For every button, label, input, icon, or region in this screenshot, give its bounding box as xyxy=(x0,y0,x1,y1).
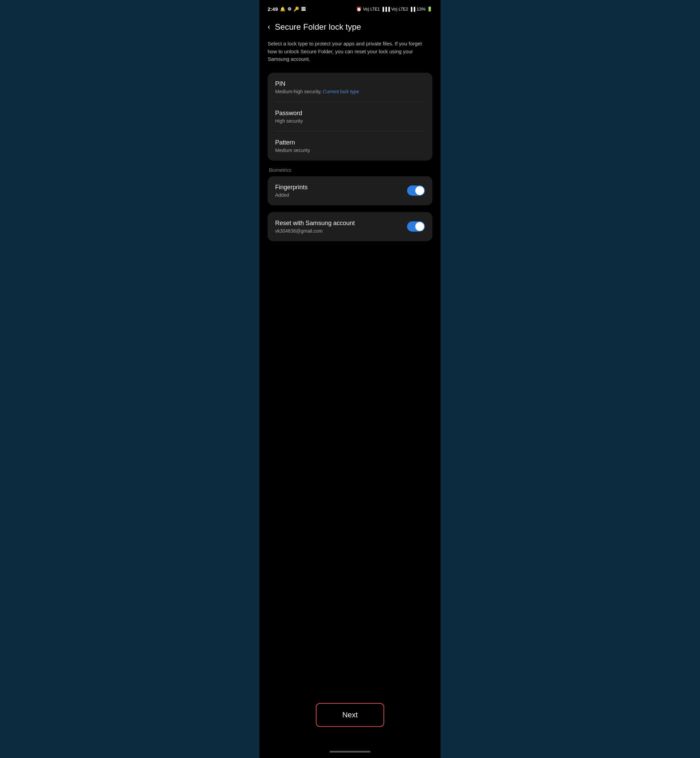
settings-icon: ⚙ xyxy=(288,6,292,12)
signal-bars-1: ▐▐▐ xyxy=(381,7,390,12)
alarm-icon: ⏰ xyxy=(356,6,362,12)
fingerprints-toggle-knob xyxy=(415,186,424,195)
biometrics-section-label: Biometrics xyxy=(268,167,432,173)
signal-bars-2: ▐▐ xyxy=(409,7,415,12)
status-bar: 2:49 🔔 ⚙ 🔑 🖼 ⏰ Vo) LTE1 ▐▐▐ Vo) LTE2 ▐▐ … xyxy=(259,0,441,16)
fingerprints-title: Fingerprints xyxy=(275,184,308,191)
lock-option-pattern[interactable]: Pattern Medium security xyxy=(268,131,432,161)
key-icon: 🔑 xyxy=(294,6,299,12)
back-button[interactable]: ‹ xyxy=(268,23,270,31)
current-lock-type-label: Current lock type xyxy=(323,89,359,94)
pattern-title: Pattern xyxy=(275,139,425,146)
signal-lte1-icon: Vo) LTE1 xyxy=(363,7,380,12)
pin-subtitle: Medium-high security, Current lock type xyxy=(275,89,425,94)
samsung-account-title: Reset with Samsung account xyxy=(275,220,355,227)
fingerprints-option[interactable]: Fingerprints Added xyxy=(268,176,432,205)
lock-options-card: PIN Medium-high security, Current lock t… xyxy=(268,73,432,161)
samsung-account-email: vk304836@gmail.com xyxy=(275,228,355,234)
home-indicator xyxy=(330,751,370,753)
battery-percentage: 13% xyxy=(417,6,425,12)
lock-option-password[interactable]: Password High security xyxy=(268,102,432,131)
signal-lte2-icon: Vo) LTE2 xyxy=(391,7,408,12)
page-description: Select a lock type to protect your apps … xyxy=(268,40,432,63)
samsung-account-option[interactable]: Reset with Samsung account vk304836@gmai… xyxy=(268,212,432,241)
battery-icon: 🔋 xyxy=(427,6,432,12)
fingerprints-text: Fingerprints Added xyxy=(275,184,308,198)
main-content: ‹ Secure Folder lock type Select a lock … xyxy=(259,16,441,747)
page-title: Secure Folder lock type xyxy=(275,22,361,32)
password-subtitle: High security xyxy=(275,118,425,124)
pin-title: PIN xyxy=(275,80,425,87)
biometrics-card: Fingerprints Added xyxy=(268,176,432,205)
fingerprints-subtitle: Added xyxy=(275,192,308,198)
page-header: ‹ Secure Folder lock type xyxy=(268,22,432,32)
password-title: Password xyxy=(275,110,425,117)
pin-security-label: Medium-high security, xyxy=(275,89,322,94)
samsung-account-text: Reset with Samsung account vk304836@gmai… xyxy=(275,220,355,234)
phone-frame: 2:49 🔔 ⚙ 🔑 🖼 ⏰ Vo) LTE1 ▐▐▐ Vo) LTE2 ▐▐ … xyxy=(259,0,441,758)
samsung-account-toggle-knob xyxy=(415,222,424,231)
samsung-account-card: Reset with Samsung account vk304836@gmai… xyxy=(268,212,432,241)
pattern-subtitle: Medium security xyxy=(275,148,425,153)
biometrics-section: Biometrics Fingerprints Added xyxy=(268,167,432,212)
time-display: 2:49 xyxy=(268,6,278,12)
image-icon: 🖼 xyxy=(301,6,306,12)
status-time: 2:49 🔔 ⚙ 🔑 🖼 xyxy=(268,6,306,12)
status-indicators: ⏰ Vo) LTE1 ▐▐▐ Vo) LTE2 ▐▐ 13% 🔋 xyxy=(356,6,432,12)
next-button[interactable]: Next xyxy=(316,703,384,727)
samsung-account-toggle[interactable] xyxy=(407,221,425,232)
fingerprints-toggle[interactable] xyxy=(407,186,425,196)
notification-icon: 🔔 xyxy=(280,6,285,12)
bottom-area: Next xyxy=(268,248,432,748)
lock-option-pin[interactable]: PIN Medium-high security, Current lock t… xyxy=(268,73,432,102)
